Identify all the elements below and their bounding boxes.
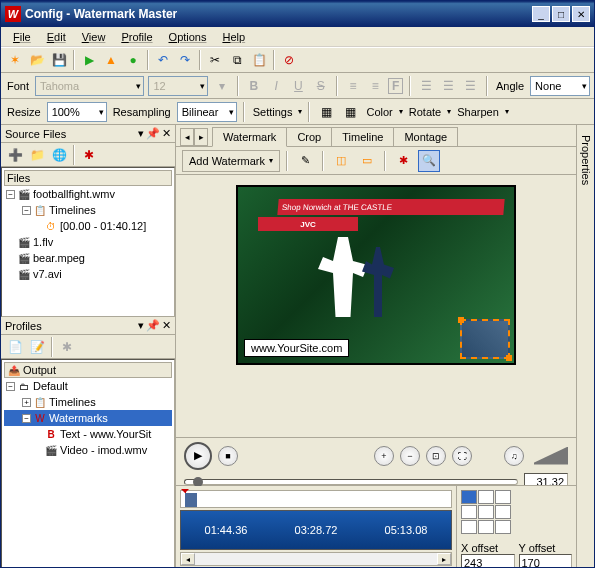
properties-tab[interactable]: Properties (576, 125, 594, 568)
menu-options[interactable]: Options (161, 29, 215, 45)
anchor-cell[interactable] (495, 505, 511, 519)
tree-item[interactable]: −🗀Default (4, 378, 172, 394)
color-label[interactable]: Color (364, 106, 394, 118)
zoom-out-button[interactable]: − (400, 446, 420, 466)
tree-item[interactable]: −📋Timelines (4, 202, 172, 218)
font-color-icon[interactable]: ▾ (212, 76, 230, 96)
pin-icon[interactable]: 📌 (146, 127, 160, 140)
new-icon[interactable]: ✶ (5, 50, 25, 70)
timeline-ruler[interactable] (180, 490, 452, 508)
copy-icon[interactable]: ⧉ (227, 50, 247, 70)
resize-combo[interactable]: 100% (47, 102, 107, 122)
anchor-cell[interactable] (478, 490, 494, 504)
ribbon-icon[interactable]: ✱ (79, 145, 99, 165)
collapse-icon[interactable]: − (6, 382, 15, 391)
anchor-cell[interactable] (495, 520, 511, 534)
anchor-cell[interactable] (461, 490, 477, 504)
anchor-cell[interactable] (495, 490, 511, 504)
fit-button[interactable]: ⊡ (426, 446, 446, 466)
paste-icon[interactable]: 📋 (249, 50, 269, 70)
add-watermark-button[interactable]: Add Watermark (182, 150, 280, 172)
close-panel-icon[interactable]: ✕ (162, 319, 171, 332)
collapse-icon[interactable]: − (22, 206, 31, 215)
zoom-in-button[interactable]: + (374, 446, 394, 466)
list3-icon[interactable]: ☰ (462, 76, 480, 96)
tab-crop[interactable]: Crop (286, 127, 332, 146)
vlc-icon[interactable]: ▲ (101, 50, 121, 70)
ribbon-icon[interactable]: ✱ (57, 337, 77, 357)
anchor-cell[interactable] (461, 520, 477, 534)
select1-icon[interactable]: ◫ (330, 150, 352, 172)
source-tree[interactable]: Files −🎬footballfight.wmv −📋Timelines ⏱[… (1, 167, 175, 317)
save-icon[interactable]: 💾 (49, 50, 69, 70)
edit-profile-icon[interactable]: 📝 (27, 337, 47, 357)
wand-icon[interactable]: ✎ (294, 150, 316, 172)
seek-track[interactable] (184, 479, 518, 485)
list2-icon[interactable]: ☰ (439, 76, 457, 96)
timeline-clip[interactable] (185, 493, 197, 507)
select2-icon[interactable]: ▭ (356, 150, 378, 172)
tree-item-selected[interactable]: −WWatermarks (4, 410, 172, 426)
frame-icon[interactable]: F (388, 78, 403, 94)
magnify-icon[interactable]: 🔍 (418, 150, 440, 172)
image-watermark-overlay[interactable] (460, 319, 510, 359)
undo-icon[interactable]: ↶ (153, 50, 173, 70)
strike-icon[interactable]: S (312, 76, 330, 96)
add-file-icon[interactable]: ➕ (5, 145, 25, 165)
anchor-cell[interactable] (461, 505, 477, 519)
menu-help[interactable]: Help (214, 29, 253, 45)
minimize-button[interactable]: _ (532, 6, 550, 22)
ribbon2-icon[interactable]: ✱ (392, 150, 414, 172)
underline-icon[interactable]: U (289, 76, 307, 96)
fx2-icon[interactable]: ▦ (340, 102, 360, 122)
bold-icon[interactable]: B (245, 76, 263, 96)
tab-prev-icon[interactable]: ◂ (180, 128, 194, 146)
pin-icon[interactable]: 📌 (146, 319, 160, 332)
scroll-right-icon[interactable]: ▸ (437, 553, 451, 565)
tree-item[interactable]: 🎬bear.mpeg (4, 250, 172, 266)
tab-timeline[interactable]: Timeline (331, 127, 394, 146)
collapse-icon[interactable]: − (22, 414, 31, 423)
anchor-cell[interactable] (478, 505, 494, 519)
list1-icon[interactable]: ☰ (417, 76, 435, 96)
video-preview[interactable]: Shop Norwich at THE CASTLE JVC www.YourS… (236, 185, 516, 365)
menu-view[interactable]: View (74, 29, 114, 45)
new-profile-icon[interactable]: 📄 (5, 337, 25, 357)
tab-next-icon[interactable]: ▸ (194, 128, 208, 146)
close-panel-icon[interactable]: ✕ (162, 127, 171, 140)
resampling-combo[interactable]: Bilinear (177, 102, 237, 122)
tree-item[interactable]: 🎬1.flv (4, 234, 172, 250)
rotate-label[interactable]: Rotate (407, 106, 443, 118)
scroll-left-icon[interactable]: ◂ (181, 553, 195, 565)
close-button[interactable]: ✕ (572, 6, 590, 22)
tree-item[interactable]: 🎬Video - imod.wmv (4, 442, 172, 458)
y-offset-input[interactable] (519, 554, 573, 568)
align-left-icon[interactable]: ≡ (344, 76, 362, 96)
font-combo[interactable]: Tahoma (35, 76, 144, 96)
stop-button[interactable]: ■ (218, 446, 238, 466)
anchor-cell[interactable] (478, 520, 494, 534)
fx1-icon[interactable]: ▦ (316, 102, 336, 122)
tree-item[interactable]: 🎬v7.avi (4, 266, 172, 282)
redo-icon[interactable]: ↷ (175, 50, 195, 70)
profiles-tree[interactable]: 📤Output −🗀Default +📋Timelines −WWatermar… (1, 359, 175, 568)
dropdown-icon[interactable]: ▾ (138, 127, 144, 140)
x-offset-input[interactable] (461, 554, 515, 568)
tree-item[interactable]: ⏱[00.00 - 01:40.12] (4, 218, 172, 234)
angle-combo[interactable]: None (530, 76, 590, 96)
delete-icon[interactable]: ⊘ (279, 50, 299, 70)
tree-item[interactable]: +📋Timelines (4, 394, 172, 410)
add-folder-icon[interactable]: 📁 (27, 145, 47, 165)
tree-item[interactable]: BText - www.YourSit (4, 426, 172, 442)
sharpen-label[interactable]: Sharpen (455, 106, 501, 118)
timeline-track[interactable]: 01:44.36 03:28.72 05:13.08 (180, 510, 452, 550)
expand-button[interactable]: ⛶ (452, 446, 472, 466)
menu-edit[interactable]: Edit (39, 29, 74, 45)
timeline-scrollbar[interactable]: ◂ ▸ (180, 552, 452, 566)
menu-file[interactable]: File (5, 29, 39, 45)
tab-montage[interactable]: Montage (393, 127, 458, 146)
tree-item[interactable]: −🎬footballfight.wmv (4, 186, 172, 202)
align-center-icon[interactable]: ≡ (366, 76, 384, 96)
maximize-button[interactable]: □ (552, 6, 570, 22)
italic-icon[interactable]: I (267, 76, 285, 96)
